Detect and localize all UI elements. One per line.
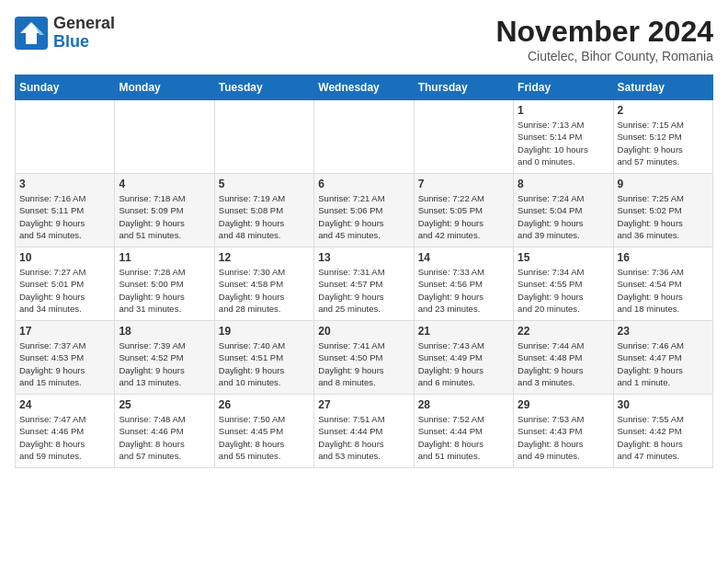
day-info: Sunrise: 7:41 AM Sunset: 4:50 PM Dayligh… [318,339,409,388]
day-info: Sunrise: 7:25 AM Sunset: 5:02 PM Dayligh… [618,192,709,241]
calendar-table: SundayMondayTuesdayWednesdayThursdayFrid… [15,75,713,468]
day-info: Sunrise: 7:52 AM Sunset: 4:44 PM Dayligh… [418,413,509,462]
calendar-cell: 18Sunrise: 7:39 AM Sunset: 4:52 PM Dayli… [115,321,214,395]
day-number: 4 [119,178,210,190]
day-number: 7 [418,178,509,190]
day-info: Sunrise: 7:34 AM Sunset: 4:55 PM Dayligh… [518,266,609,315]
calendar-cell: 26Sunrise: 7:50 AM Sunset: 4:45 PM Dayli… [214,395,313,468]
calendar-cell: 27Sunrise: 7:51 AM Sunset: 4:44 PM Dayli… [314,395,414,468]
calendar-cell: 25Sunrise: 7:48 AM Sunset: 4:46 PM Dayli… [115,395,214,468]
calendar-cell: 28Sunrise: 7:52 AM Sunset: 4:44 PM Dayli… [414,395,513,468]
calendar-cell: 12Sunrise: 7:30 AM Sunset: 4:58 PM Dayli… [214,247,313,321]
day-number: 22 [518,325,609,338]
calendar-cell: 24Sunrise: 7:47 AM Sunset: 4:46 PM Dayli… [16,395,115,468]
day-info: Sunrise: 7:53 AM Sunset: 4:43 PM Dayligh… [518,413,609,462]
day-info: Sunrise: 7:31 AM Sunset: 4:57 PM Dayligh… [318,266,409,315]
calendar-title: November 2024 [495,15,713,49]
calendar-cell [115,100,214,174]
day-info: Sunrise: 7:48 AM Sunset: 4:46 PM Dayligh… [119,413,210,462]
day-info: Sunrise: 7:51 AM Sunset: 4:44 PM Dayligh… [318,413,409,462]
weekday-header: Wednesday [314,75,414,100]
day-number: 20 [318,325,409,338]
day-info: Sunrise: 7:18 AM Sunset: 5:09 PM Dayligh… [119,192,210,241]
day-info: Sunrise: 7:13 AM Sunset: 5:14 PM Dayligh… [518,119,609,167]
day-number: 29 [518,398,609,411]
calendar-cell: 13Sunrise: 7:31 AM Sunset: 4:57 PM Dayli… [314,247,414,321]
day-info: Sunrise: 7:46 AM Sunset: 4:47 PM Dayligh… [618,339,709,388]
day-info: Sunrise: 7:22 AM Sunset: 5:05 PM Dayligh… [418,192,509,241]
calendar-cell: 3Sunrise: 7:16 AM Sunset: 5:11 PM Daylig… [16,174,115,247]
calendar-cell: 21Sunrise: 7:43 AM Sunset: 4:49 PM Dayli… [414,321,513,395]
day-info: Sunrise: 7:15 AM Sunset: 5:12 PM Dayligh… [618,119,709,167]
calendar-week-row: 1Sunrise: 7:13 AM Sunset: 5:14 PM Daylig… [16,100,713,174]
day-number: 11 [119,251,210,264]
calendar-cell: 4Sunrise: 7:18 AM Sunset: 5:09 PM Daylig… [115,174,214,247]
calendar-cell: 8Sunrise: 7:24 AM Sunset: 5:04 PM Daylig… [514,174,613,247]
day-info: Sunrise: 7:55 AM Sunset: 4:42 PM Dayligh… [618,413,709,462]
day-number: 8 [518,178,609,190]
calendar-subtitle: Ciutelec, Bihor County, Romania [495,49,713,63]
calendar-cell: 23Sunrise: 7:46 AM Sunset: 4:47 PM Dayli… [613,321,712,395]
weekday-header-row: SundayMondayTuesdayWednesdayThursdayFrid… [16,75,713,100]
day-number: 3 [19,178,110,190]
day-number: 1 [518,104,609,117]
calendar-cell: 14Sunrise: 7:33 AM Sunset: 4:56 PM Dayli… [414,247,513,321]
day-number: 26 [219,398,310,411]
calendar-week-row: 10Sunrise: 7:27 AM Sunset: 5:01 PM Dayli… [16,247,713,321]
day-number: 19 [219,325,310,338]
day-info: Sunrise: 7:40 AM Sunset: 4:51 PM Dayligh… [219,339,310,388]
calendar-week-row: 17Sunrise: 7:37 AM Sunset: 4:53 PM Dayli… [16,321,713,395]
calendar-cell: 17Sunrise: 7:37 AM Sunset: 4:53 PM Dayli… [16,321,115,395]
calendar-cell: 11Sunrise: 7:28 AM Sunset: 5:00 PM Dayli… [115,247,214,321]
day-info: Sunrise: 7:44 AM Sunset: 4:48 PM Dayligh… [518,339,609,388]
day-info: Sunrise: 7:19 AM Sunset: 5:08 PM Dayligh… [219,192,310,241]
day-number: 24 [19,398,110,411]
logo-icon [15,17,48,50]
day-number: 25 [119,398,210,411]
logo: General Blue [15,15,115,52]
calendar-week-row: 3Sunrise: 7:16 AM Sunset: 5:11 PM Daylig… [16,174,713,247]
day-info: Sunrise: 7:24 AM Sunset: 5:04 PM Dayligh… [518,192,609,241]
logo-text: General Blue [53,15,115,52]
day-number: 28 [418,398,509,411]
calendar-cell: 16Sunrise: 7:36 AM Sunset: 4:54 PM Dayli… [613,247,712,321]
day-number: 27 [318,398,409,411]
day-number: 5 [219,178,310,190]
day-info: Sunrise: 7:30 AM Sunset: 4:58 PM Dayligh… [219,266,310,315]
calendar-cell [214,100,313,174]
day-number: 18 [119,325,210,338]
calendar-cell: 10Sunrise: 7:27 AM Sunset: 5:01 PM Dayli… [16,247,115,321]
day-number: 2 [618,104,709,117]
calendar-cell: 1Sunrise: 7:13 AM Sunset: 5:14 PM Daylig… [514,100,613,174]
page-header: General Blue November 2024 Ciutelec, Bih… [15,15,713,63]
day-number: 15 [518,251,609,264]
day-number: 17 [19,325,110,338]
day-info: Sunrise: 7:33 AM Sunset: 4:56 PM Dayligh… [418,266,509,315]
calendar-cell [314,100,414,174]
day-number: 30 [618,398,709,411]
day-info: Sunrise: 7:21 AM Sunset: 5:06 PM Dayligh… [318,192,409,241]
day-info: Sunrise: 7:39 AM Sunset: 4:52 PM Dayligh… [119,339,210,388]
calendar-cell: 22Sunrise: 7:44 AM Sunset: 4:48 PM Dayli… [514,321,613,395]
calendar-cell: 29Sunrise: 7:53 AM Sunset: 4:43 PM Dayli… [514,395,613,468]
day-info: Sunrise: 7:27 AM Sunset: 5:01 PM Dayligh… [19,266,110,315]
day-number: 14 [418,251,509,264]
calendar-cell: 9Sunrise: 7:25 AM Sunset: 5:02 PM Daylig… [613,174,712,247]
day-info: Sunrise: 7:16 AM Sunset: 5:11 PM Dayligh… [19,192,110,241]
day-number: 23 [618,325,709,338]
day-number: 12 [219,251,310,264]
weekday-header: Monday [115,75,214,100]
calendar-cell: 15Sunrise: 7:34 AM Sunset: 4:55 PM Dayli… [514,247,613,321]
calendar-cell: 5Sunrise: 7:19 AM Sunset: 5:08 PM Daylig… [214,174,313,247]
day-info: Sunrise: 7:50 AM Sunset: 4:45 PM Dayligh… [219,413,310,462]
calendar-cell: 30Sunrise: 7:55 AM Sunset: 4:42 PM Dayli… [613,395,712,468]
calendar-cell: 2Sunrise: 7:15 AM Sunset: 5:12 PM Daylig… [613,100,712,174]
calendar-cell [414,100,513,174]
day-number: 13 [318,251,409,264]
weekday-header: Saturday [613,75,712,100]
calendar-cell: 19Sunrise: 7:40 AM Sunset: 4:51 PM Dayli… [214,321,313,395]
weekday-header: Friday [514,75,613,100]
day-info: Sunrise: 7:43 AM Sunset: 4:49 PM Dayligh… [418,339,509,388]
day-number: 16 [618,251,709,264]
title-block: November 2024 Ciutelec, Bihor County, Ro… [495,15,713,63]
